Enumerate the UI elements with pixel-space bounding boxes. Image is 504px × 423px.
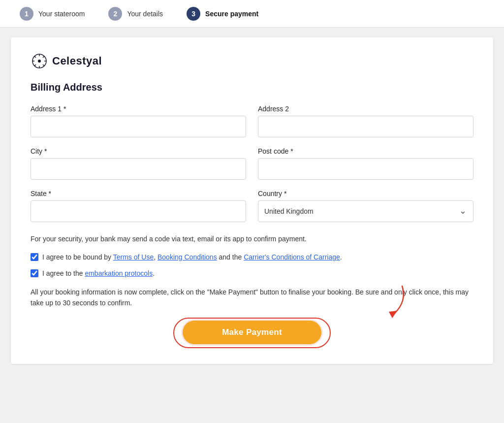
celestyal-logo-icon — [31, 52, 48, 70]
payment-button-area: Make Payment — [31, 321, 473, 344]
step-3-circle: 3 — [187, 7, 200, 21]
state-group: State * — [31, 190, 246, 222]
progress-bar: 1 Your stateroom 2 Your details 3 Secure… — [0, 0, 504, 28]
terms-checkbox[interactable] — [31, 253, 38, 261]
country-group: Country * United Kingdom United States F… — [258, 190, 473, 222]
svg-line-8 — [43, 56, 44, 58]
state-label: State * — [31, 190, 246, 197]
svg-point-1 — [38, 60, 41, 63]
address2-group: Address 2 — [258, 105, 473, 137]
postcode-label: Post code * — [258, 147, 473, 155]
step-1-label: Your stateroom — [38, 10, 85, 18]
carrier-conditions-link[interactable]: Carrier's Conditions of Carriage — [244, 253, 340, 261]
address1-group: Address 1 * — [31, 105, 246, 137]
step-2[interactable]: 2 Your details — [108, 7, 163, 21]
address2-input[interactable] — [258, 116, 473, 137]
embarkation-label: I agree to the embarkation protocols. — [42, 268, 155, 279]
step-3-label: Secure payment — [205, 10, 258, 18]
address1-input[interactable] — [31, 116, 246, 137]
terms-of-use-link[interactable]: Terms of Use — [113, 253, 154, 261]
embarkation-protocols-link[interactable]: embarkation protocols — [85, 269, 153, 277]
embarkation-checkbox-row: I agree to the embarkation protocols. — [31, 268, 473, 279]
booking-notice: All your booking information is now comp… — [31, 287, 473, 309]
terms-label: I agree to be bound by Terms of Use, Boo… — [42, 252, 342, 262]
billing-section-title: Billing Address — [31, 82, 473, 93]
embarkation-checkbox[interactable] — [31, 269, 38, 277]
step-2-label: Your details — [127, 10, 163, 18]
postcode-group: Post code * — [258, 147, 473, 180]
svg-marker-10 — [389, 311, 397, 318]
make-payment-button[interactable]: Make Payment — [183, 321, 321, 344]
svg-line-6 — [34, 56, 36, 58]
address-row: Address 1 * Address 2 — [31, 105, 473, 137]
terms-checkbox-row: I agree to be bound by Terms of Use, Boo… — [31, 252, 473, 262]
booking-conditions-link[interactable]: Booking Conditions — [158, 253, 217, 261]
security-notice: For your security, your bank may send a … — [31, 234, 473, 244]
city-postcode-row: City * Post code * — [31, 147, 473, 180]
page-wrapper: Celestyal Billing Address Address 1 * Ad… — [0, 28, 504, 384]
country-select[interactable]: United Kingdom United States France Germ… — [258, 200, 473, 222]
country-label: Country * — [258, 190, 473, 197]
state-country-row: State * Country * United Kingdom United … — [31, 190, 473, 222]
step-2-circle: 2 — [108, 7, 122, 21]
logo-area: Celestyal — [31, 52, 473, 70]
city-label: City * — [31, 147, 246, 155]
svg-line-7 — [43, 65, 44, 66]
logo-text: Celestyal — [52, 55, 102, 67]
svg-line-9 — [34, 65, 36, 66]
postcode-input[interactable] — [258, 158, 473, 180]
state-input[interactable] — [31, 200, 246, 222]
step-3[interactable]: 3 Secure payment — [187, 7, 258, 21]
step-1-circle: 1 — [20, 7, 33, 21]
main-card: Celestyal Billing Address Address 1 * Ad… — [11, 37, 493, 364]
address2-label: Address 2 — [258, 105, 473, 113]
country-select-wrapper: United Kingdom United States France Germ… — [258, 200, 473, 222]
step-1[interactable]: 1 Your stateroom — [20, 7, 85, 21]
address1-label: Address 1 * — [31, 105, 246, 113]
city-group: City * — [31, 147, 246, 180]
city-input[interactable] — [31, 158, 246, 180]
